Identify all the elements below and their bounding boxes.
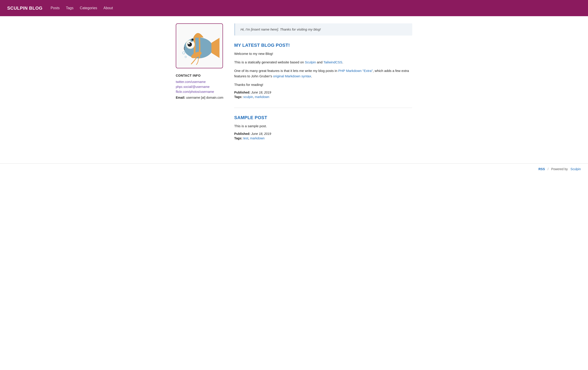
svg-point-10 bbox=[185, 56, 187, 58]
tag-test[interactable]: test bbox=[243, 137, 248, 140]
intro-text: Hi, I'm [insert name here]. Thanks for v… bbox=[241, 27, 321, 31]
post-2-body: This is a sample post. bbox=[234, 123, 412, 129]
sculpin-link[interactable]: Sculpin bbox=[305, 60, 316, 64]
nav-link-categories[interactable]: Categories bbox=[80, 6, 97, 10]
fish-illustration bbox=[179, 27, 220, 65]
main-content: Hi, I'm [insert name here]. Thanks for v… bbox=[234, 23, 412, 149]
contact-info-heading: CONTACT INFO bbox=[176, 74, 225, 77]
tag-markdown-2[interactable]: markdown bbox=[250, 137, 265, 140]
email-label: Email: bbox=[176, 96, 185, 99]
powered-text: Powered by bbox=[551, 167, 568, 171]
post-2-para-1: This is a sample post. bbox=[234, 123, 412, 129]
svg-point-5 bbox=[188, 42, 192, 47]
post-2: SAMPLE POST This is a sample post. Publi… bbox=[234, 115, 412, 140]
sidebar-twitter-link[interactable]: twitter.com/username bbox=[176, 80, 225, 84]
sculpin-footer-link[interactable]: Sculpin bbox=[570, 167, 581, 171]
post-2-tags: Tags: test, markdown bbox=[234, 137, 412, 140]
post-1-para-2: This is a statically generated website b… bbox=[234, 60, 412, 65]
post-2-published: Published: June 18, 2019 bbox=[234, 132, 412, 136]
tags-label-1: Tags: bbox=[234, 95, 242, 99]
svg-point-8 bbox=[191, 39, 194, 41]
post-1-published: Published: June 18, 2019 bbox=[234, 91, 412, 94]
original-markdown-link[interactable]: original Markdown syntax bbox=[273, 74, 311, 78]
svg-point-9 bbox=[182, 52, 185, 54]
sidebar-flickr-link[interactable]: flickr.com/photos/username bbox=[176, 90, 225, 94]
tag-sculpin[interactable]: sculpin bbox=[243, 95, 253, 99]
post-1: MY LATEST BLOG POST! Welcome to my new B… bbox=[234, 43, 412, 99]
tag-markdown-1[interactable]: markdown bbox=[255, 95, 270, 99]
nav-link-posts[interactable]: Posts bbox=[51, 6, 60, 10]
post-2-title[interactable]: SAMPLE POST bbox=[234, 115, 267, 120]
post-1-body: Welcome to my new Blog! This is a static… bbox=[234, 51, 412, 87]
footer: RSS / Powered by Sculpin bbox=[0, 163, 588, 174]
post-divider bbox=[234, 108, 412, 108]
nav-links: Posts Tags Categories About bbox=[51, 6, 113, 10]
page-wrapper: CONTACT INFO twitter.com/username phpc.s… bbox=[170, 16, 418, 163]
post-1-para-4: Thanks for reading! bbox=[234, 82, 412, 87]
php-markdown-link[interactable]: PHP Markdown "Extra" bbox=[338, 69, 373, 73]
post-1-tags: Tags: sculpin, markdown bbox=[234, 95, 412, 99]
tailwindcss-link[interactable]: TailwindCSS bbox=[324, 60, 342, 64]
nav-link-tags[interactable]: Tags bbox=[66, 6, 74, 10]
sidebar-phpc-link[interactable]: phpc.social/@username bbox=[176, 85, 225, 89]
post-1-title[interactable]: MY LATEST BLOG POST! bbox=[234, 43, 290, 48]
navbar: SCULPIN BLOG Posts Tags Categories About bbox=[0, 0, 588, 16]
svg-marker-1 bbox=[211, 38, 220, 58]
svg-point-6 bbox=[188, 43, 190, 44]
footer-separator: / bbox=[547, 167, 548, 171]
published-label-2: Published: bbox=[234, 132, 250, 136]
sidebar: CONTACT INFO twitter.com/username phpc.s… bbox=[176, 23, 225, 99]
published-date-1: June 18, 2019 bbox=[251, 91, 271, 94]
published-label-1: Published: bbox=[234, 91, 250, 94]
nav-link-about[interactable]: About bbox=[103, 6, 113, 10]
rss-link[interactable]: RSS bbox=[538, 167, 545, 171]
site-brand[interactable]: SCULPIN BLOG bbox=[7, 6, 42, 11]
post-1-para-3: One of its many great features is that i… bbox=[234, 68, 412, 79]
tags-label-2: Tags: bbox=[234, 137, 242, 140]
post-1-para-1: Welcome to my new Blog! bbox=[234, 51, 412, 56]
sidebar-email: Email: username [at] domain.com bbox=[176, 96, 225, 99]
intro-box: Hi, I'm [insert name here]. Thanks for v… bbox=[234, 23, 412, 35]
avatar-box bbox=[176, 23, 223, 68]
email-value: username [at] domain.com bbox=[186, 96, 223, 99]
published-date-2: June 18, 2019 bbox=[251, 132, 271, 136]
